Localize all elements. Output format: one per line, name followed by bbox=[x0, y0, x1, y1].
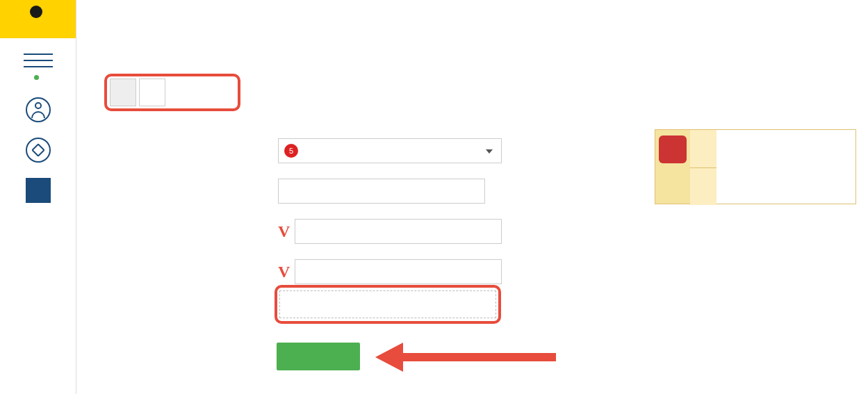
pen-icon bbox=[26, 138, 51, 163]
rusloto-icon: 5 bbox=[284, 144, 298, 158]
tab-group bbox=[110, 79, 165, 106]
add-ticket-button[interactable] bbox=[279, 290, 496, 318]
ticket-logo-panel bbox=[655, 130, 690, 204]
tab-by-ticket-number[interactable] bbox=[110, 79, 136, 106]
draw-input[interactable] bbox=[278, 179, 485, 204]
lottery-select[interactable]: 5 bbox=[278, 138, 502, 163]
register-button[interactable] bbox=[0, 138, 76, 163]
check-button[interactable] bbox=[277, 343, 360, 370]
login-button[interactable] bbox=[0, 97, 76, 122]
tab-by-combination[interactable] bbox=[139, 79, 165, 106]
help-link[interactable] bbox=[0, 72, 76, 82]
euro-lotteries-badge[interactable] bbox=[26, 178, 51, 203]
checkmark-icon: V bbox=[278, 263, 295, 281]
rusloto-logo-icon bbox=[659, 136, 687, 163]
arrow-annotation bbox=[375, 343, 556, 370]
ticket-input-1[interactable] bbox=[295, 219, 502, 244]
status-dot-icon bbox=[34, 75, 39, 80]
sidebar bbox=[0, 0, 76, 394]
chevron-down-icon bbox=[486, 149, 493, 154]
ticket-sample bbox=[655, 129, 856, 204]
checkmark-icon: V bbox=[278, 222, 295, 241]
logo-icon bbox=[30, 6, 42, 18]
logo[interactable] bbox=[0, 0, 76, 38]
content-area bbox=[108, 0, 868, 17]
ticket-grid bbox=[716, 130, 855, 204]
user-icon bbox=[26, 97, 51, 122]
ticket-input-2[interactable] bbox=[295, 259, 502, 284]
check-form: 5 V V bbox=[110, 137, 502, 298]
hamburger-icon[interactable] bbox=[24, 54, 53, 67]
ticket-draw-col bbox=[690, 167, 716, 205]
ticket-number-header bbox=[690, 130, 716, 134]
